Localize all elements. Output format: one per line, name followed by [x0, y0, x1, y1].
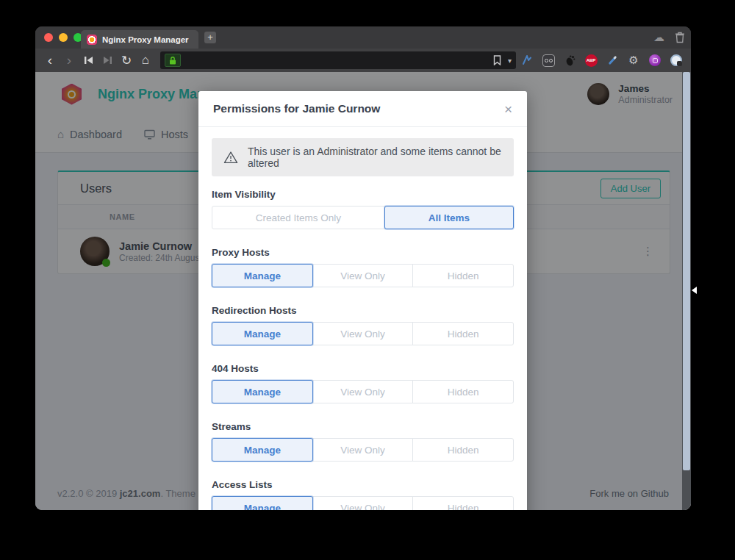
desktop-background: Nginx Proxy Manager + ☁ ‹ › ↻ ⌂ [0, 0, 735, 560]
https-lock-badge[interactable] [165, 54, 181, 67]
forward-button[interactable]: › [60, 51, 78, 69]
option-view-only[interactable]: View Only [312, 264, 414, 287]
option-all-items[interactable]: All Items [384, 206, 514, 229]
page-scrollbar[interactable] [682, 72, 691, 510]
item-visibility-section: Item Visibility Created Items Only All I… [212, 189, 514, 229]
section-label: Item Visibility [212, 189, 514, 200]
window-controls [44, 33, 82, 42]
minimize-window-button[interactable] [59, 33, 68, 42]
option-view-only[interactable]: View Only [312, 438, 414, 462]
permissions-modal: Permissions for Jamie Curnow × This user… [198, 91, 527, 510]
admin-warning-alert: This user is an Administrator and some i… [212, 138, 514, 176]
back-button[interactable]: ‹ [41, 51, 59, 69]
adblock-plus-extension-icon[interactable]: ABP [584, 54, 598, 67]
settings-gear-extension-icon[interactable]: ⚙ [627, 54, 640, 67]
option-manage[interactable]: Manage [212, 264, 313, 287]
option-hidden[interactable]: Hidden [412, 380, 514, 403]
section-label: Proxy Hosts [212, 247, 514, 258]
kodi-extension-icon[interactable] [520, 54, 534, 67]
section-label: Access Lists [212, 479, 514, 490]
new-tab-button[interactable]: + [204, 32, 216, 43]
option-view-only[interactable]: View Only [312, 322, 414, 345]
privacy-badger-extension-icon[interactable] [648, 54, 662, 67]
option-created-items-only[interactable]: Created Items Only [212, 206, 385, 229]
alert-text: This user is an Administrator and some i… [248, 146, 502, 169]
history-sync-extension-icon[interactable] [670, 54, 683, 67]
section-label: Streams [212, 421, 514, 432]
gnome-extension-icon[interactable] [563, 54, 576, 67]
option-manage[interactable]: Manage [212, 380, 313, 403]
browser-tab-strip: Nginx Proxy Manager + ☁ [35, 26, 691, 49]
reload-button[interactable]: ↻ [118, 51, 135, 69]
option-hidden[interactable]: Hidden [412, 496, 514, 510]
section-label: Redirection Hosts [212, 305, 514, 316]
rewind-button[interactable] [79, 51, 97, 69]
option-manage[interactable]: Manage [212, 322, 313, 345]
page-viewport: Nginx Proxy Manager James Administrator … [35, 72, 691, 510]
modal-title: Permissions for Jamie Curnow [213, 102, 380, 115]
bookmark-icon[interactable] [493, 55, 501, 65]
redirection-hosts-section: Redirection Hosts Manage View Only Hidde… [212, 305, 514, 345]
sync-cloud-icon[interactable]: ☁ [653, 31, 664, 44]
tab-title: Nginx Proxy Manager [102, 35, 189, 44]
extensions-row: ABP ⚙ [520, 49, 683, 72]
option-hidden[interactable]: Hidden [412, 438, 514, 462]
browser-tab[interactable]: Nginx Proxy Manager [81, 30, 198, 49]
warning-triangle-icon [223, 151, 238, 164]
tampermonkey-extension-icon[interactable] [542, 54, 555, 67]
option-manage[interactable]: Manage [212, 496, 313, 510]
home-button[interactable]: ⌂ [137, 51, 154, 69]
tabbar-right-tools: ☁ [653, 26, 685, 49]
scrollbar-thumb[interactable] [683, 72, 690, 470]
panel-toggle-arrow-icon[interactable] [692, 287, 697, 294]
option-hidden[interactable]: Hidden [412, 264, 514, 287]
access-lists-section: Access Lists Manage View Only Hidden [212, 479, 514, 510]
bookmark-caret-icon[interactable]: ▾ [508, 57, 512, 65]
option-view-only[interactable]: View Only [312, 380, 414, 403]
npm-favicon-icon [87, 35, 97, 45]
option-manage[interactable]: Manage [212, 438, 313, 462]
trash-closed-tabs-icon[interactable] [675, 32, 685, 43]
option-view-only[interactable]: View Only [312, 496, 414, 510]
close-icon[interactable]: × [504, 102, 512, 116]
stylus-pen-extension-icon[interactable] [606, 54, 619, 67]
browser-toolbar: ‹ › ↻ ⌂ ▾ [35, 49, 691, 72]
fast-forward-button[interactable] [98, 51, 116, 69]
close-window-button[interactable] [44, 33, 53, 42]
streams-section: Streams Manage View Only Hidden [212, 421, 514, 462]
browser-window: Nginx Proxy Manager + ☁ ‹ › ↻ ⌂ [35, 26, 691, 510]
404-hosts-section: 404 Hosts Manage View Only Hidden [212, 363, 514, 403]
option-hidden[interactable]: Hidden [412, 322, 514, 345]
proxy-hosts-section: Proxy Hosts Manage View Only Hidden [212, 247, 514, 287]
section-label: 404 Hosts [212, 363, 514, 374]
address-bar[interactable]: ▾ [160, 51, 516, 69]
